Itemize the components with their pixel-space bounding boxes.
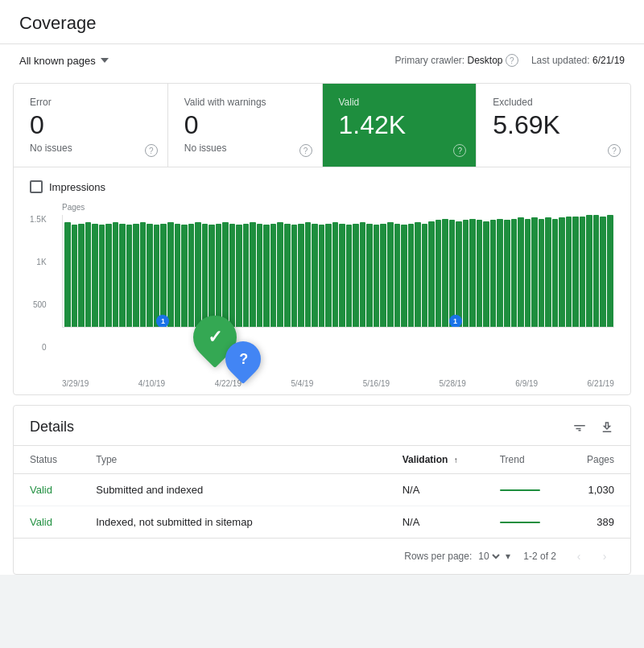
chart-bar bbox=[64, 222, 71, 327]
nav-buttons: ‹ › bbox=[569, 547, 614, 566]
download-icon[interactable] bbox=[600, 420, 614, 435]
impressions-toggle[interactable]: Impressions bbox=[30, 180, 614, 193]
col-pages: Pages bbox=[564, 446, 630, 474]
crawler-type: Desktop bbox=[468, 55, 503, 66]
chevron-rows-icon: ▾ bbox=[506, 551, 510, 562]
chart-bar bbox=[456, 221, 462, 327]
rows-select-input[interactable]: 10 25 50 bbox=[475, 550, 502, 563]
y-axis-label: Pages bbox=[62, 203, 614, 212]
summary-card-error[interactable]: Error 0 No issues ? bbox=[14, 84, 168, 167]
warnings-card-sub: No issues bbox=[184, 142, 306, 154]
chart-bar bbox=[305, 222, 312, 327]
chart-bar bbox=[319, 225, 325, 327]
summary-card-warnings[interactable]: Valid with warnings 0 No issues ? bbox=[168, 84, 323, 167]
chart-bar bbox=[593, 215, 600, 327]
chart-bar bbox=[525, 219, 531, 327]
x-tick-8: 6/21/19 bbox=[588, 379, 614, 388]
chart-bar bbox=[607, 215, 613, 327]
x-tick-4: 5/4/19 bbox=[291, 379, 313, 388]
prev-page-button[interactable]: ‹ bbox=[569, 547, 588, 566]
rows-per-page: Rows per page: 10 25 50 ▾ bbox=[404, 550, 510, 563]
chart-bar bbox=[360, 222, 366, 327]
page-container: Coverage All known pages Primary crawler… bbox=[0, 0, 644, 575]
chart-bar bbox=[586, 215, 592, 327]
chart-bar bbox=[284, 224, 291, 327]
chart-bar bbox=[580, 217, 586, 327]
chart-bar bbox=[250, 222, 256, 327]
chart-bar bbox=[346, 225, 353, 327]
y-axis: 1.5K 1K 500 0 bbox=[30, 215, 52, 352]
col-validation[interactable]: Validation ↑ bbox=[386, 446, 484, 474]
trend-2 bbox=[484, 506, 564, 539]
details-actions bbox=[572, 420, 614, 435]
chart-bar bbox=[72, 225, 78, 327]
valid-help-icon[interactable]: ? bbox=[453, 144, 466, 157]
x-tick-6: 5/28/19 bbox=[440, 379, 466, 388]
crawler-help-icon[interactable]: ? bbox=[506, 54, 518, 67]
last-updated: Last updated: 6/21/19 bbox=[531, 55, 625, 66]
page-header: Coverage bbox=[0, 0, 644, 44]
chart-bar bbox=[270, 224, 277, 327]
chart-bar bbox=[353, 224, 359, 327]
chart-bar bbox=[490, 220, 497, 327]
excluded-card-label: Excluded bbox=[493, 97, 614, 108]
chart-bar bbox=[236, 225, 242, 327]
chart-wrapper: 1.5K 1K 500 0 1 1 bbox=[30, 215, 614, 376]
next-page-button[interactable]: › bbox=[595, 547, 614, 566]
chart-bar bbox=[133, 224, 139, 327]
x-axis: 3/29/19 4/10/19 4/22/19 5/4/19 5/16/19 5… bbox=[30, 379, 614, 388]
x-tick-3: 4/22/19 bbox=[215, 379, 242, 388]
chart-bar bbox=[415, 222, 421, 327]
chart-bar bbox=[160, 224, 167, 327]
chart-bar bbox=[167, 222, 174, 327]
chart-bar bbox=[422, 224, 428, 327]
chart-bar bbox=[539, 219, 545, 327]
filter-dropdown[interactable]: All known pages bbox=[19, 55, 109, 67]
chart-bar bbox=[483, 221, 489, 327]
type-2: Indexed, not submitted in sitemap bbox=[80, 506, 289, 539]
spacer-1 bbox=[290, 474, 386, 506]
table-row: Valid Submitted and indexed N/A 1,030 bbox=[14, 474, 630, 506]
chart-bar bbox=[374, 225, 380, 327]
summary-card-valid[interactable]: Valid 1.42K ? bbox=[323, 84, 477, 167]
summary-card-excluded[interactable]: Excluded 5.69K ? bbox=[477, 84, 630, 167]
chart-bar bbox=[188, 224, 195, 327]
chart-bar bbox=[243, 224, 250, 327]
chart-bar bbox=[566, 217, 572, 327]
rows-label: Rows per page: bbox=[404, 551, 472, 562]
valid-card-label: Valid bbox=[339, 97, 460, 108]
chart-bar bbox=[401, 225, 407, 327]
chart-bar bbox=[428, 221, 435, 327]
status-valid-2[interactable]: Valid bbox=[30, 516, 52, 528]
filter-icon[interactable] bbox=[572, 420, 587, 435]
error-help-icon[interactable]: ? bbox=[145, 144, 158, 157]
chart-section: Impressions Pages 1.5K 1K 500 0 1 1 bbox=[14, 167, 630, 394]
chart-bar bbox=[531, 217, 538, 327]
chart-bar bbox=[208, 225, 215, 327]
chart-bar bbox=[463, 220, 469, 327]
status-valid-1[interactable]: Valid bbox=[30, 484, 52, 496]
chart-bar bbox=[291, 225, 298, 327]
chart-bar bbox=[436, 220, 442, 327]
table-row: Valid Indexed, not submitted in sitemap … bbox=[14, 506, 630, 539]
chart-bar bbox=[175, 224, 181, 327]
col-trend: Trend bbox=[484, 446, 564, 474]
annotation-dot-2[interactable]: 1 bbox=[449, 315, 462, 328]
col-type: Type bbox=[80, 446, 289, 474]
impressions-checkbox[interactable] bbox=[30, 180, 43, 193]
error-card-label: Error bbox=[30, 97, 151, 108]
chart-bar bbox=[154, 225, 160, 327]
warnings-help-icon[interactable]: ? bbox=[299, 144, 312, 157]
chart-bar bbox=[552, 219, 559, 327]
details-title: Details bbox=[30, 419, 74, 435]
pagination-bar: Rows per page: 10 25 50 ▾ 1-2 of 2 ‹ › bbox=[14, 538, 630, 574]
last-updated-value: 6/21/19 bbox=[592, 55, 625, 66]
impressions-label: Impressions bbox=[49, 181, 105, 193]
chart-bar bbox=[277, 222, 283, 327]
validation-2: N/A bbox=[386, 506, 484, 539]
validation-1: N/A bbox=[386, 474, 484, 506]
excluded-help-icon[interactable]: ? bbox=[608, 144, 621, 157]
col-spacer bbox=[290, 446, 386, 474]
chart-bar bbox=[504, 220, 510, 327]
summary-section: Error 0 No issues ? Valid with warnings … bbox=[13, 83, 631, 395]
